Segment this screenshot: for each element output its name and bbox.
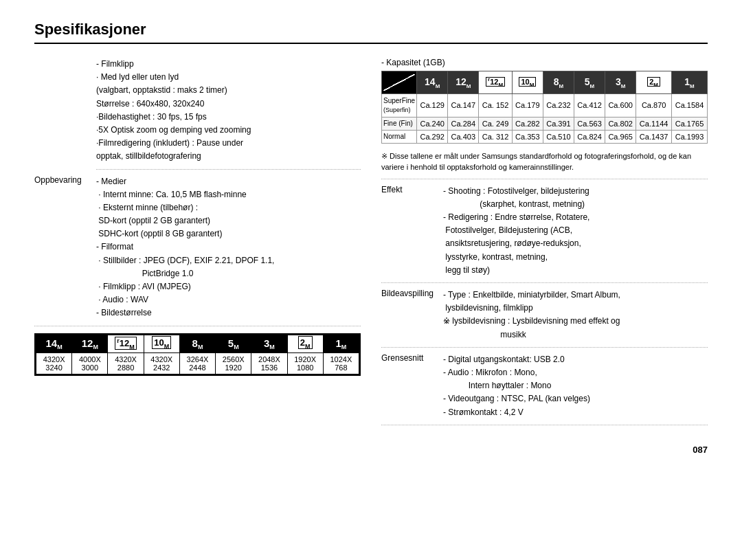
res-header-12m: 12M [72,335,108,352]
grensesnitt-content: - Digital utgangskontakt: USB 2.0 - Audi… [443,353,708,419]
effekt-section: Effekt - Shooting : Fotostilvelger, bild… [381,185,708,283]
grensesnitt-label: Grensesnitt [381,353,443,419]
res-header-12m-box: r12M [108,335,144,352]
filmklipp-header: - Filmklipp [96,58,361,71]
cap-header-5m: 5M [574,71,605,94]
res-header-10m-box: 10M [144,335,179,352]
cap-header-row: 14M 12M r12M 10M [382,71,708,94]
filmklipp-content: · Med lyd eller uten lyd (valgbart, oppt… [96,71,361,163]
oppbevaring-content: - Medier · Internt minne: Ca. 10,5 MB fl… [96,175,361,320]
bildeavspilling-label: Bildeavspilling [381,289,443,341]
res-header-5m: 5M [216,335,251,352]
page-title: Spesifikasjoner [34,21,708,44]
kapasitet-label: - Kapasitet (1GB) [381,58,708,67]
resolution-table-container: 14M 12M r12M 10M [34,333,361,376]
capacity-table: 14M 12M r12M 10M [381,71,708,144]
res-header-8m: 8M [179,335,215,352]
cap-header-14m: 14M [417,71,448,94]
cap-header-12m-box: r12M [479,71,512,94]
cap-header-3m: 3M [605,71,636,94]
grensesnitt-section: Grensesnitt - Digital utgangskontakt: US… [381,353,708,425]
bildeavspilling-section: Bildeavspilling - Type : Enkeltbilde, mi… [381,289,708,348]
effekt-label: Effekt [381,185,443,277]
page-number: 087 [34,445,708,455]
cap-header-1m: 1M [672,71,708,94]
cap-header-2m-box: 2M [636,71,672,94]
res-data-row: 4320X3240 4000X3000 4320X2880 4320X2432 … [36,352,359,374]
resolution-table: 14M 12M r12M 10M [36,335,359,374]
cap-diag-header [382,71,417,94]
res-header-14m: 14M [36,335,72,352]
effekt-content: - Shooting : Fotostilvelger, bildejuster… [443,185,708,277]
oppbevaring-section: Oppbevaring - Medier · Internt minne: Ca… [34,175,361,326]
res-header-3m: 3M [251,335,287,352]
oppbevaring-label: Oppbevaring [34,175,96,320]
res-header-row: 14M 12M r12M 10M [36,335,359,352]
capacity-table-container: 14M 12M r12M 10M [381,71,708,144]
cap-header-12m: 12M [448,71,479,94]
cap-superfine-row: SuperFine(Superfin) Ca.129 Ca.147 Ca. 15… [382,94,708,117]
bildeavspilling-content: - Type : Enkeltbilde, miniatyrbilder, Sm… [443,289,708,341]
samsung-note: ※ Disse tallene er målt under Samsungs s… [381,150,708,179]
cap-header-8m: 8M [543,71,574,94]
right-column: - Kapasitet (1GB) 14M 12M [381,58,708,431]
res-header-1m: 1M [323,335,359,352]
cap-normal-row: Normal Ca.292 Ca.403 Ca. 312 Ca.353 Ca.5… [382,130,708,143]
res-header-2m-box: 2M [287,335,323,352]
left-column: - Filmklipp · Med lyd eller uten lyd (va… [34,58,361,431]
cap-fine-row: Fine (Fin) Ca.240 Ca.284 Ca. 249 Ca.282 … [382,117,708,130]
cap-header-10m-box: 10M [512,71,543,94]
